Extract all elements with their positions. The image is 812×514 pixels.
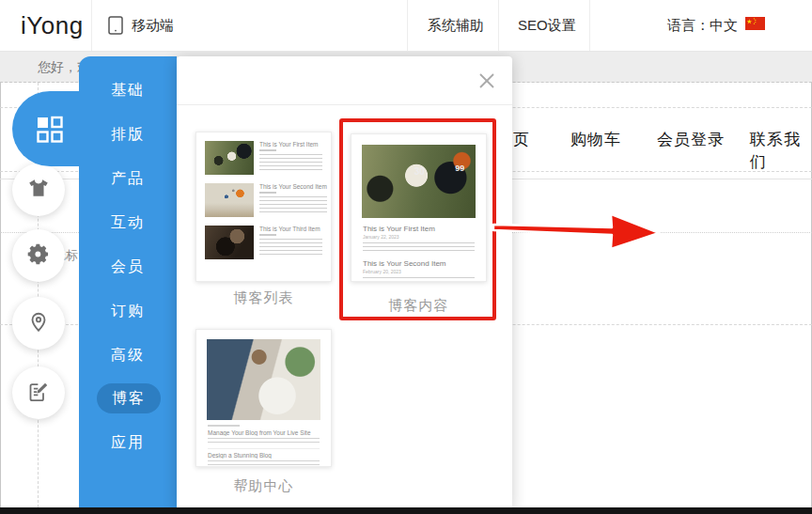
sidebar-item-location[interactable] — [12, 297, 65, 350]
balloons-photo — [205, 183, 254, 217]
toolbar-divider — [498, 0, 499, 51]
sidebar-item-pages[interactable] — [12, 366, 65, 419]
sidebar-item-products[interactable] — [12, 164, 65, 216]
toolbar-divider — [91, 0, 92, 51]
blog-list-row: This is Your Third Item — [196, 226, 331, 259]
post-divider — [208, 448, 320, 449]
nav-item-home-partial[interactable]: 页 — [513, 129, 530, 151]
football-photo — [205, 141, 254, 175]
template-thumb-blog-list[interactable]: This is Your First Item This is Your Sec… — [195, 132, 332, 282]
china-flag-icon — [745, 0, 765, 51]
blog-item-date-bar — [259, 234, 276, 236]
toolbar-divider — [589, 0, 590, 51]
gear-icon — [26, 241, 52, 271]
menu-item-member[interactable]: 会员 — [79, 257, 177, 277]
template-label-help-center: 帮助中心 — [195, 477, 332, 495]
tablet-icon — [106, 14, 125, 37]
blog-item-text-lines — [259, 154, 322, 170]
seo-settings-button[interactable]: SEO设置 — [518, 0, 576, 51]
mobile-view-button[interactable]: 移动端 — [106, 0, 174, 51]
nav-item-contact-us[interactable]: 联系我们 — [750, 129, 812, 151]
blog-list-row: This is Your Second Item — [196, 183, 331, 217]
modal-header — [177, 56, 512, 105]
photographer-photo — [205, 226, 254, 259]
nav-item-member-login[interactable]: 会员登录 — [657, 129, 725, 151]
language-selector[interactable]: 语言：中文 — [667, 0, 765, 51]
menu-item-apps[interactable]: 应用 — [79, 432, 177, 453]
menu-item-layout[interactable]: 排版 — [79, 124, 177, 145]
close-icon[interactable] — [476, 70, 497, 91]
blog-item-title: This is Your Second Item — [259, 183, 327, 190]
top-toolbar: iYong 移动端 系统辅助 SEO设置 语言：中文 — [0, 0, 812, 52]
post-title: Manage Your Blog from Your Live Site — [208, 429, 320, 436]
post-text-lines — [208, 438, 320, 444]
location-pin-icon — [26, 309, 51, 337]
edit-document-icon — [26, 379, 52, 408]
menu-item-product[interactable]: 产品 — [79, 168, 177, 189]
system-assist-button[interactable]: 系统辅助 — [428, 0, 484, 51]
post-title: Design a Stunning Blog — [208, 452, 320, 459]
app-logo: iYong — [21, 11, 84, 40]
language-label: 语言：中文 — [667, 0, 738, 51]
highlight-box — [339, 118, 496, 320]
post-text-lines — [208, 460, 320, 467]
desk-photo — [207, 339, 320, 420]
grid-icon — [28, 107, 71, 154]
menu-item-interact[interactable]: 互动 — [79, 212, 177, 233]
blog-item-title: This is Your Third Item — [259, 226, 322, 232]
post-meta-bar — [208, 425, 240, 427]
toolbar-divider — [407, 0, 408, 51]
sidebar-item-settings[interactable] — [12, 229, 65, 282]
section-menu: 基础 排版 产品 互动 会员 订购 高级 博客 应用 — [79, 56, 177, 508]
nav-item-cart[interactable]: 购物车 — [570, 129, 621, 151]
pointer-arrow — [492, 209, 662, 259]
blog-item-text-lines — [259, 196, 327, 212]
menu-item-blog-active[interactable]: 博客 — [97, 383, 161, 413]
template-thumb-help-center[interactable]: Manage Your Blog from Your Live Site Des… — [195, 329, 332, 467]
blog-item-title: This is Your First Item — [259, 141, 322, 148]
mobile-view-label: 移动端 — [132, 0, 174, 51]
blog-list-row: This is Your First Item — [196, 141, 331, 175]
blog-item-text-lines — [259, 239, 322, 255]
menu-item-advanced[interactable]: 高级 — [79, 345, 177, 366]
app-window: 您好，欢 页 购物车 会员登录 联系我们 无标 — [0, 0, 812, 514]
template-label-blog-list: 博客列表 — [195, 289, 332, 307]
menu-item-basic[interactable]: 基础 — [79, 80, 177, 101]
bottom-bar — [0, 507, 812, 514]
blog-item-date-bar — [259, 192, 276, 194]
blog-item-date-bar — [259, 149, 276, 151]
tshirt-icon — [26, 176, 51, 204]
menu-item-order[interactable]: 订购 — [79, 301, 177, 321]
